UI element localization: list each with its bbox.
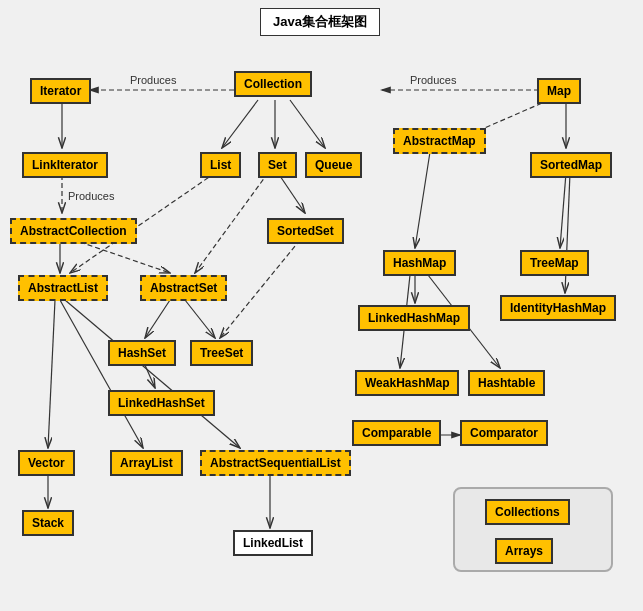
node-linkedlist: LinkedList (233, 530, 313, 556)
node-queue: Queue (305, 152, 362, 178)
node-arrays: Arrays (495, 538, 553, 564)
node-collections: Collections (485, 499, 570, 525)
node-identityhashmap: IdentityHashMap (500, 295, 616, 321)
node-hashtable: Hashtable (468, 370, 545, 396)
node-abstractmap: AbstractMap (393, 128, 486, 154)
node-weakhashmap: WeakHashMap (355, 370, 459, 396)
node-linkiterator: LinkIterator (22, 152, 108, 178)
svg-line-15 (195, 173, 268, 273)
node-abstractlist: AbstractList (18, 275, 108, 301)
diagram-container: Produces Produces Produces (0, 0, 643, 611)
node-comparable: Comparable (352, 420, 441, 446)
svg-line-17 (560, 173, 566, 248)
node-abstractcollection: AbstractCollection (10, 218, 137, 244)
node-hashmap: HashMap (383, 250, 456, 276)
node-abstractsequentiallist: AbstractSequentialList (200, 450, 351, 476)
node-vector: Vector (18, 450, 75, 476)
svg-line-22 (145, 300, 170, 338)
svg-line-16 (415, 152, 430, 248)
svg-line-7 (222, 100, 258, 148)
svg-line-13 (80, 242, 170, 273)
node-stack: Stack (22, 510, 74, 536)
svg-line-23 (185, 300, 215, 338)
svg-line-14 (278, 173, 305, 213)
node-collection: Collection (234, 71, 312, 97)
node-comparator: Comparator (460, 420, 548, 446)
node-sortedmap: SortedMap (530, 152, 612, 178)
svg-line-9 (290, 100, 325, 148)
legend-box: Collections Arrays (453, 487, 613, 572)
svg-line-26 (65, 300, 240, 448)
node-sortedset: SortedSet (267, 218, 344, 244)
svg-line-24 (220, 240, 300, 338)
node-hashset: HashSet (108, 340, 176, 366)
svg-line-27 (60, 300, 143, 448)
node-map: Map (537, 78, 581, 104)
node-treemap: TreeMap (520, 250, 589, 276)
node-linkedhashmap: LinkedHashMap (358, 305, 470, 331)
svg-text:Produces: Produces (410, 74, 457, 86)
svg-text:Produces: Produces (68, 190, 115, 202)
node-treeset: TreeSet (190, 340, 253, 366)
node-linkedhashset: LinkedHashSet (108, 390, 215, 416)
node-abstractset: AbstractSet (140, 275, 227, 301)
diagram-title: Java集合框架图 (260, 8, 380, 36)
svg-line-25 (145, 365, 155, 388)
svg-text:Produces: Produces (130, 74, 177, 86)
node-iterator: Iterator (30, 78, 91, 104)
node-list: List (200, 152, 241, 178)
node-arraylist: ArrayList (110, 450, 183, 476)
svg-line-28 (48, 300, 55, 448)
node-set: Set (258, 152, 297, 178)
